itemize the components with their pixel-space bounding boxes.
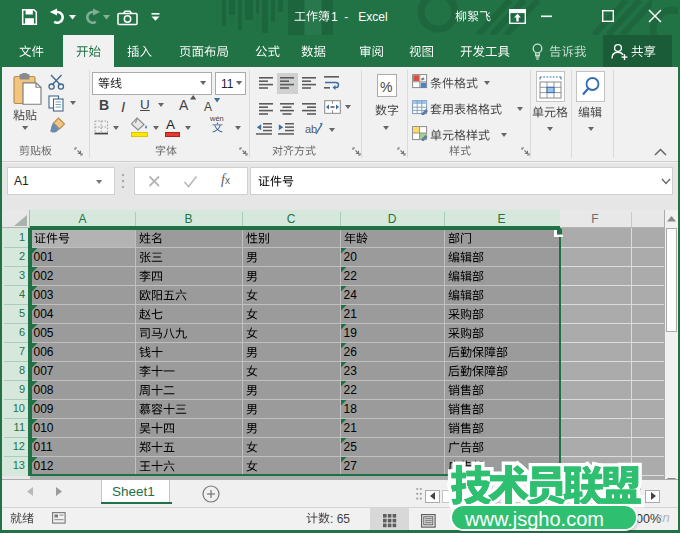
svg-text:≠: ≠: [421, 75, 425, 82]
svg-text:ab: ab: [305, 123, 317, 135]
